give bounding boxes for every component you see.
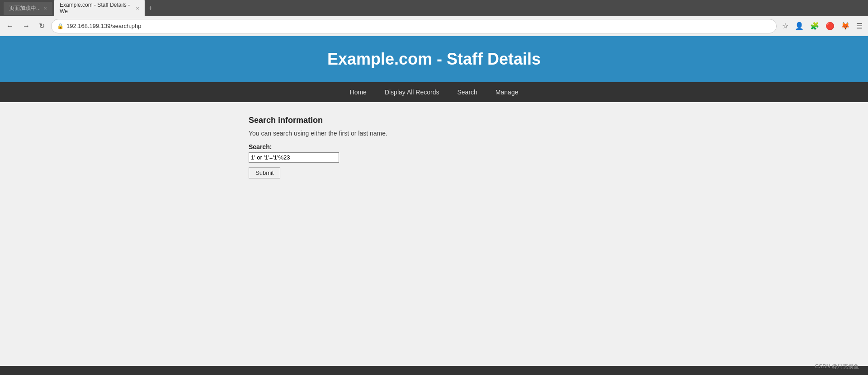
- address-bar[interactable]: 🔒: [51, 19, 777, 33]
- url-input[interactable]: [66, 23, 771, 29]
- nav-home[interactable]: Home: [341, 82, 376, 102]
- search-form: Search: Submit: [249, 143, 619, 178]
- main-content: Search information You can search using …: [231, 102, 637, 366]
- nav-display-all[interactable]: Display All Records: [376, 82, 448, 102]
- browser-chrome: 页面加载中... ✕ Example.com - Staff Details -…: [0, 0, 868, 36]
- site-header: Example.com - Staff Details: [0, 36, 868, 82]
- site-nav: Home Display All Records Search Manage: [0, 82, 868, 102]
- bookmark-icon[interactable]: ☆: [780, 20, 790, 32]
- lock-icon: 🔒: [57, 23, 64, 29]
- csdn-watermark: CSDN @只惠摸鱼: [815, 363, 859, 370]
- section-description: You can search using either the first or…: [249, 130, 619, 137]
- profile2-icon[interactable]: 🦊: [839, 20, 852, 32]
- toolbar-right-icons: ☆ 👤 🧩 🔴 🦊 ☰: [780, 20, 864, 32]
- site-footer: [0, 366, 868, 375]
- browser-tab-active[interactable]: Example.com - Staff Details - We ✕: [54, 0, 145, 17]
- tab-label: 页面加载中...: [9, 5, 41, 12]
- new-tab-button[interactable]: +: [148, 4, 152, 12]
- forward-button[interactable]: →: [20, 20, 33, 32]
- section-title: Search information: [249, 116, 619, 125]
- search-input[interactable]: [249, 152, 339, 163]
- active-tab-label: Example.com - Staff Details - We: [60, 2, 133, 14]
- security-icons: 🔒: [57, 23, 64, 29]
- search-label: Search:: [249, 143, 619, 150]
- nav-manage[interactable]: Manage: [486, 82, 528, 102]
- avatar-icon[interactable]: 🔴: [824, 20, 836, 32]
- profile-icon[interactable]: 👤: [793, 20, 806, 32]
- reload-button[interactable]: ↻: [36, 20, 47, 32]
- extensions-icon[interactable]: 🧩: [808, 20, 821, 32]
- menu-icon[interactable]: ☰: [854, 20, 864, 32]
- submit-button[interactable]: Submit: [249, 167, 280, 178]
- browser-titlebar: 页面加载中... ✕ Example.com - Staff Details -…: [0, 0, 868, 16]
- page-wrapper: Example.com - Staff Details Home Display…: [0, 36, 868, 375]
- tab-close-icon[interactable]: ✕: [43, 6, 47, 11]
- site-title: Example.com - Staff Details: [0, 50, 868, 69]
- back-button[interactable]: ←: [4, 20, 16, 32]
- active-tab-close-icon[interactable]: ✕: [136, 6, 139, 11]
- browser-toolbar: ← → ↻ 🔒 ☆ 👤 🧩 🔴 🦊 ☰: [0, 16, 868, 36]
- nav-search[interactable]: Search: [448, 82, 486, 102]
- browser-tab-inactive[interactable]: 页面加载中... ✕: [4, 2, 52, 15]
